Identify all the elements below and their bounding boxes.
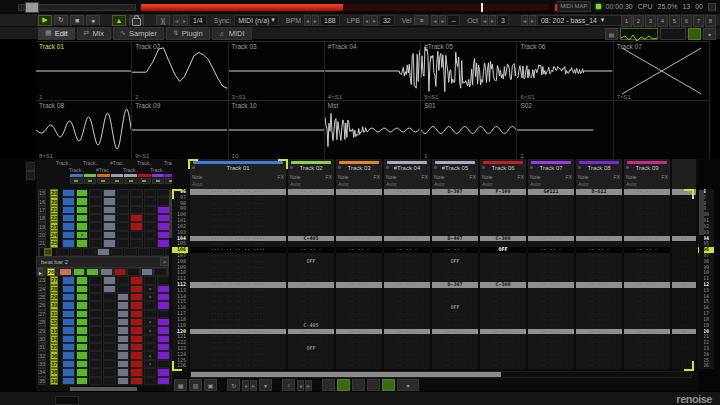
matrix-options-icon[interactable]	[26, 171, 35, 180]
note-cell[interactable]: ·· ·· ·	[288, 363, 334, 369]
lpb-down-icon[interactable]: ◂	[363, 15, 370, 26]
matrix-cell[interactable]	[103, 285, 116, 293]
note-cell[interactable]: ·· ·· ·	[576, 363, 622, 369]
matrix-cell[interactable]	[103, 222, 116, 230]
matrix-cell[interactable]	[114, 268, 127, 276]
matrix-pattern-number[interactable]: 39	[50, 377, 58, 385]
metronome-sound-icon[interactable]: ♪	[282, 379, 295, 391]
matrix-sequence-number[interactable]: 21	[38, 239, 46, 247]
matrix-cell[interactable]	[76, 239, 89, 247]
stop-icon[interactable]: ■	[70, 15, 84, 26]
matrix-cell[interactable]	[103, 214, 116, 222]
note-cell[interactable]: ···· ·· ·· ·· ····	[190, 363, 286, 369]
matrix-cell[interactable]	[89, 276, 102, 284]
velocity-keyboard-icon[interactable]: ≡	[414, 15, 428, 26]
matrix-mute-button[interactable]	[152, 178, 165, 184]
matrix-pattern-number[interactable]: 38	[50, 368, 58, 376]
matrix-cell[interactable]	[117, 310, 130, 318]
gui-preset-4[interactable]: 4	[657, 15, 668, 27]
matrix-cell[interactable]	[117, 326, 130, 334]
matrix-sequence-number[interactable]: 24	[38, 285, 46, 293]
matrix-cell[interactable]: ×	[144, 293, 157, 301]
matrix-cell[interactable]	[62, 368, 75, 376]
follow-player-button[interactable]: )(	[156, 15, 170, 26]
matrix-mute-button[interactable]	[111, 178, 124, 184]
matrix-sequence-number[interactable]: 26	[38, 301, 46, 309]
matrix-cell[interactable]	[130, 214, 143, 222]
matrix-cell[interactable]	[70, 248, 83, 256]
matrix-pattern-number[interactable]: 26	[44, 248, 52, 256]
record-icon[interactable]: ●	[86, 15, 100, 26]
matrix-cell[interactable]	[89, 214, 102, 222]
matrix-cell[interactable]	[76, 301, 89, 309]
matrix-cell[interactable]	[157, 377, 170, 385]
track-header-track06[interactable]: Track 06NoteFXAuto	[480, 159, 526, 189]
matrix-cell[interactable]	[117, 206, 130, 214]
pattern-options-icon[interactable]: ▦	[174, 379, 187, 391]
track-header-track03[interactable]: Track 03NoteFXAuto	[336, 159, 382, 189]
matrix-cell[interactable]	[89, 335, 102, 343]
scope-cell-mst[interactable]: Mst	[325, 101, 421, 160]
matrix-cell[interactable]	[117, 335, 130, 343]
matrix-cell[interactable]	[144, 206, 157, 214]
matrix-pattern-number[interactable]: 26	[47, 268, 55, 276]
matrix-cell[interactable]	[127, 268, 140, 276]
scope-cell-track02[interactable]: Track 022	[132, 42, 228, 101]
matrix-cell[interactable]	[103, 368, 116, 376]
section-close-icon[interactable]: ×	[160, 257, 169, 266]
matrix-cell[interactable]	[144, 197, 157, 205]
left-collapsed-panel[interactable]	[0, 159, 36, 391]
track-header-track01[interactable]: Track 01NoteFXAuto	[190, 159, 286, 189]
matrix-sequence-number[interactable]: 29	[38, 326, 46, 334]
keyboard-lock-button[interactable]	[129, 15, 144, 26]
matrix-cell[interactable]	[76, 368, 89, 376]
matrix-cell[interactable]	[130, 335, 143, 343]
matrix-cell[interactable]	[76, 326, 89, 334]
matrix-cell[interactable]	[144, 310, 157, 318]
gui-preset-2[interactable]: 2	[633, 15, 644, 27]
matrix-cell[interactable]	[144, 189, 157, 197]
gui-preset-3[interactable]: 3	[645, 15, 656, 27]
matrix-cell[interactable]	[62, 343, 75, 351]
note-cell[interactable]: ·· ·· ·	[624, 363, 670, 369]
matrix-mute-button[interactable]	[97, 178, 110, 184]
matrix-pattern-number[interactable]: 23	[50, 222, 58, 230]
matrix-pattern-number[interactable]: 35	[50, 343, 58, 351]
scope-cell-track05[interactable]: #Track 055>S1	[421, 42, 517, 101]
matrix-cell[interactable]	[97, 248, 110, 256]
matrix-cell[interactable]	[117, 351, 130, 359]
matrix-sequence-number[interactable]: 27	[38, 310, 46, 318]
matrix-cell[interactable]	[103, 197, 116, 205]
gui-preset-8[interactable]: 8	[705, 15, 716, 27]
matrix-cell[interactable]	[89, 368, 102, 376]
tab-midi[interactable]: ♬MIDI	[212, 27, 252, 40]
matrix-cell[interactable]	[89, 222, 102, 230]
matrix-cell[interactable]	[117, 222, 130, 230]
matrix-pattern-number[interactable]: 29	[50, 293, 58, 301]
midi-map-button[interactable]: MIDI MAP	[557, 1, 590, 12]
track-scopes-thumbnail[interactable]	[620, 28, 658, 40]
matrix-cell[interactable]	[89, 301, 102, 309]
matrix-pattern-number[interactable]: 34	[50, 335, 58, 343]
matrix-cell[interactable]	[103, 326, 116, 334]
matrix-cell[interactable]	[76, 189, 89, 197]
matrix-sequence-number[interactable]: 15	[38, 189, 46, 197]
sync-value[interactable]: MIDI (n/a) ▾	[234, 15, 279, 26]
matrix-sequence-number[interactable]: 30	[38, 335, 46, 343]
matrix-cell[interactable]	[62, 360, 75, 368]
velocity-value[interactable]: --	[447, 15, 460, 26]
matrix-cell[interactable]	[62, 377, 75, 385]
matrix-cell[interactable]	[144, 231, 157, 239]
matrix-sequence-number[interactable]: 25	[38, 293, 46, 301]
matrix-sequence-number[interactable]: 17	[38, 206, 46, 214]
matrix-cell[interactable]	[89, 231, 102, 239]
matrix-cell[interactable]	[76, 343, 89, 351]
edit-step-up-icon[interactable]: ▸	[250, 380, 257, 391]
matrix-cell[interactable]	[130, 189, 143, 197]
matrix-cell[interactable]	[76, 377, 89, 385]
track-header-track09[interactable]: Track 09NoteFXAuto	[624, 159, 670, 189]
bpm-up-icon[interactable]: ▸	[312, 15, 319, 26]
master-volume-handle[interactable]	[25, 2, 39, 13]
matrix-cell[interactable]	[59, 268, 72, 276]
matrix-pattern-number[interactable]: 36	[50, 351, 58, 359]
